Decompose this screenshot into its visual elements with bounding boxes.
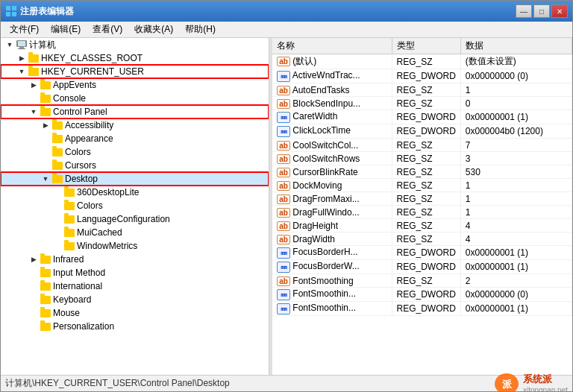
value-name[interactable]: ab DockMoving (272, 179, 392, 192)
tree-row-cursors[interactable]: ▶ Cursors (1, 159, 269, 172)
menu-help[interactable]: 帮助(H) (179, 22, 222, 37)
close-button[interactable]: ✕ (551, 4, 568, 18)
hkcr-label: HKEY_CLASSES_ROOT (41, 53, 143, 63)
ab-icon: ab (277, 86, 290, 95)
registry-editor-window: 注册表编辑器 — □ ✕ 文件(F) 编辑(E) 查看(V) 收藏夹(A) 帮助… (0, 0, 573, 392)
table-row[interactable]: ab (默认) REG_SZ (数值未设置) (272, 54, 572, 69)
tree-row-hkey-classes-root[interactable]: ▶ HKEY_CLASSES_ROOT (1, 51, 269, 65)
value-type: REG_SZ (392, 83, 460, 97)
svg-text:派: 派 (501, 379, 512, 390)
expand-infrared[interactable]: ▶ (28, 253, 40, 265)
muicached-label: MuiCached (77, 227, 122, 238)
ab-icon: ab (277, 168, 290, 177)
table-row[interactable]: ab DragWidth REG_SZ 4 (272, 233, 572, 246)
tree-row-international[interactable]: ▶ International (1, 279, 269, 293)
tree-row-desktop[interactable]: ▼ Desktop (1, 172, 269, 186)
value-name[interactable]: ㎜ FocusBorderW... (272, 260, 392, 274)
status-bar: 计算机\HKEY_CURRENT_USER\Control Panel\Desk… (1, 375, 572, 391)
value-name[interactable]: ㎜ FocusBorderH... (272, 246, 392, 260)
expand-desktop[interactable]: ▼ (40, 173, 51, 185)
value-data: 4 (460, 219, 572, 233)
folder-icon-infrared (40, 253, 51, 265)
value-name[interactable]: ㎜ FontSmoothin... (272, 302, 392, 316)
ab-icon: ab (277, 235, 290, 244)
table-row[interactable]: ab BlockSendInpu... REG_SZ 0 (272, 97, 572, 110)
value-name[interactable]: ab DragHeight (272, 219, 392, 233)
folder-icon-cursors (51, 159, 63, 171)
expand-hkcr[interactable]: ▶ (16, 52, 28, 64)
folder-icon-windowmetrics (63, 240, 75, 252)
value-name[interactable]: ab CursorBlinkRate (272, 165, 392, 179)
col-header-name: 名称 (272, 38, 392, 54)
menu-file[interactable]: 文件(F) (4, 22, 45, 37)
value-name[interactable]: ㎜ CaretWidth (272, 110, 392, 124)
value-name[interactable]: ㎜ FontSmoothin... (272, 288, 392, 302)
maximize-button[interactable]: □ (533, 4, 550, 18)
value-name[interactable]: ab CoolSwitchRows (272, 152, 392, 165)
tree-row-control-panel[interactable]: ▼ Control Panel (1, 105, 269, 118)
table-row[interactable]: ab CoolSwitchRows REG_SZ 3 (272, 152, 572, 165)
expand-hkcu[interactable]: ▼ (16, 66, 28, 78)
tree-node-computer: ▼ 计算机 ▶ (1, 38, 269, 333)
table-row[interactable]: ab CursorBlinkRate REG_SZ 530 (272, 165, 572, 179)
menu-view[interactable]: 查看(V) (87, 22, 128, 37)
tree-row-input-method[interactable]: ▶ Input Method (1, 266, 269, 279)
folder-icon-mouse (40, 307, 51, 319)
folder-icon-langconfig (63, 213, 75, 225)
value-name[interactable]: ab FontSmoothing (272, 274, 392, 288)
table-row[interactable]: ㎜ FocusBorderH... REG_DWORD 0x00000001 (… (272, 246, 572, 260)
table-row[interactable]: ㎜ CaretWidth REG_DWORD 0x00000001 (1) (272, 110, 572, 124)
value-name[interactable]: ㎜ ActiveWndTrac... (272, 69, 392, 83)
table-row[interactable]: ab FontSmoothing REG_SZ 2 (272, 274, 572, 288)
value-name[interactable]: ab DragFullWindo... (272, 206, 392, 219)
tree-row-accessibility[interactable]: ▶ Accessibility (1, 118, 269, 132)
window-title: 注册表编辑器 (20, 5, 516, 18)
table-row[interactable]: ㎜ FontSmoothin... REG_DWORD 0x00000000 (… (272, 288, 572, 302)
menu-edit[interactable]: 编辑(E) (45, 22, 87, 37)
table-row[interactable]: ab DragFullWindo... REG_SZ 1 (272, 206, 572, 219)
value-name[interactable]: ab DragWidth (272, 233, 392, 246)
table-row[interactable]: ㎜ ClickLockTime REG_DWORD 0x000004b0 (12… (272, 124, 572, 139)
table-row[interactable]: ab CoolSwitchCol... REG_SZ 7 (272, 139, 572, 152)
table-row[interactable]: ㎜ FontSmoothin... REG_DWORD 0x00000001 (… (272, 302, 572, 316)
tree-row-infrared[interactable]: ▶ Infrared (1, 253, 269, 266)
tree-row-hkcu[interactable]: ▼ HKEY_CURRENT_USER (1, 65, 269, 78)
value-name[interactable]: ㎜ ClickLockTime (272, 124, 392, 139)
value-name[interactable]: ab BlockSendInpu... (272, 97, 392, 110)
value-type: REG_SZ (392, 152, 460, 165)
tree-row-computer[interactable]: ▼ 计算机 (1, 38, 269, 51)
table-row[interactable]: ㎜ ActiveWndTrac... REG_DWORD 0x00000000 … (272, 69, 572, 83)
col-header-data: 数据 (460, 38, 572, 54)
expand-accessibility[interactable]: ▶ (40, 119, 51, 131)
folder-icon-appevents (40, 79, 51, 91)
ab-icon: ab (277, 276, 290, 286)
table-row[interactable]: ab AutoEndTasks REG_SZ 1 (272, 83, 572, 97)
tree-row-windowmetrics[interactable]: ▶ WindowMetrics (1, 239, 269, 253)
expand-control-panel[interactable]: ▼ (28, 106, 40, 118)
tree-row-360desktoplite[interactable]: ▶ 360DesktopLite (1, 186, 269, 199)
value-name[interactable]: ab AutoEndTasks (272, 83, 392, 97)
svg-rect-3 (12, 12, 16, 16)
tree-row-appevents[interactable]: ▶ AppEvents (1, 78, 269, 92)
tree-row-muicached[interactable]: ▶ MuiCached (1, 226, 269, 239)
value-name[interactable]: ab (默认) (272, 54, 392, 69)
value-name[interactable]: ab CoolSwitchCol... (272, 139, 392, 152)
table-row[interactable]: ab DockMoving REG_SZ 1 (272, 179, 572, 192)
tree-row-desktop-colors[interactable]: ▶ Colors (1, 199, 269, 212)
tree-row-appearance[interactable]: ▶ Appearance (1, 132, 269, 145)
minimize-button[interactable]: — (516, 4, 532, 18)
table-row[interactable]: ㎜ FocusBorderW... REG_DWORD 0x00000001 (… (272, 260, 572, 274)
tree-panel[interactable]: ▼ 计算机 ▶ (1, 38, 269, 375)
menu-favorites[interactable]: 收藏夹(A) (128, 22, 179, 37)
table-row[interactable]: ab DragFromMaxi... REG_SZ 1 (272, 192, 572, 206)
expand-computer[interactable]: ▼ (4, 39, 16, 51)
tree-row-mouse[interactable]: ▶ Mouse (1, 306, 269, 320)
expand-appevents[interactable]: ▶ (28, 79, 40, 91)
tree-row-console[interactable]: ▶ Console (1, 92, 269, 105)
value-name[interactable]: ab DragFromMaxi... (272, 192, 392, 206)
table-row[interactable]: ab DragHeight REG_SZ 4 (272, 219, 572, 233)
tree-row-colors[interactable]: ▶ Colors (1, 145, 269, 159)
tree-row-langconfig[interactable]: ▶ LanguageConfiguration (1, 212, 269, 226)
tree-row-personalization[interactable]: ▶ Personalization (1, 320, 269, 333)
tree-row-keyboard[interactable]: ▶ Keyboard (1, 293, 269, 306)
